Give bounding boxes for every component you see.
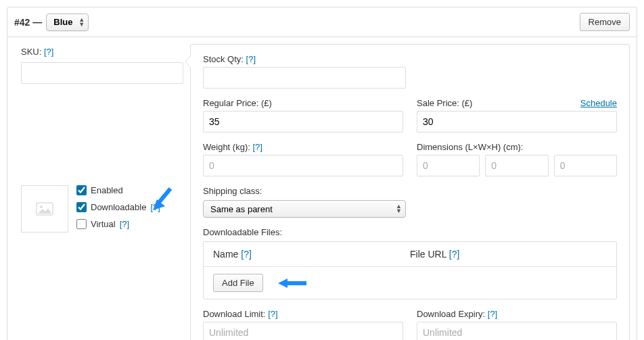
- help-icon[interactable]: [?]: [268, 309, 277, 319]
- right-column: Stock Qty: [?] Regular Price: (£) Sale P…: [190, 44, 630, 340]
- variation-header: #42 — Blue ▲▼ Remove: [7, 7, 637, 37]
- download-limit-input[interactable]: [203, 322, 403, 340]
- sku-field: SKU: [?]: [21, 47, 177, 84]
- add-file-button[interactable]: Add File: [213, 274, 263, 292]
- weight-input[interactable]: [203, 155, 403, 176]
- dl-col-name: Name [?]: [213, 249, 410, 260]
- help-icon[interactable]: [?]: [120, 219, 129, 229]
- shipping-select[interactable]: Same as parent: [203, 200, 406, 218]
- shipping-field: Shipping class: Same as parent ▲▼: [203, 186, 617, 218]
- help-icon[interactable]: [?]: [44, 47, 53, 57]
- dl-files-table: Name [?] File URL [?] Add File: [203, 241, 617, 299]
- help-icon[interactable]: [?]: [246, 54, 256, 64]
- dl-files-header: Name [?] File URL [?]: [204, 242, 616, 267]
- annotation-arrow-icon: [277, 276, 308, 290]
- variation-panel: #42 — Blue ▲▼ Remove SKU: [?]: [7, 7, 637, 340]
- downloadable-checkbox-row[interactable]: Downloadable [?]: [76, 202, 160, 212]
- stock-label: Stock Qty: [?]: [203, 54, 617, 64]
- virtual-label: Virtual: [91, 219, 116, 229]
- dl-col-url: File URL [?]: [410, 249, 459, 260]
- header-left: #42 — Blue ▲▼: [14, 14, 89, 31]
- download-limit-label: Download Limit: [?]: [203, 309, 403, 319]
- regular-price-input[interactable]: [203, 111, 403, 132]
- regular-price-field: Regular Price: (£): [203, 98, 403, 132]
- dimensions-field: Dimensions (L×W×H) (cm):: [417, 142, 617, 176]
- download-expiry-field: Download Expiry: [?]: [417, 309, 617, 340]
- download-expiry-input[interactable]: [417, 322, 617, 340]
- dimensions-label: Dimensions (L×W×H) (cm):: [417, 142, 617, 152]
- downloadable-label: Downloadable: [91, 202, 146, 212]
- attribute-select[interactable]: Blue: [46, 14, 89, 31]
- variation-id: #42 —: [14, 17, 42, 28]
- width-input[interactable]: [485, 155, 548, 176]
- remove-button[interactable]: Remove: [580, 13, 630, 31]
- enabled-label: Enabled: [91, 185, 123, 195]
- regular-price-label: Regular Price: (£): [203, 98, 403, 108]
- annotation-arrow-icon: [152, 186, 175, 213]
- dl-files-label: Downloadable Files:: [203, 227, 617, 237]
- downloadable-checkbox[interactable]: [76, 202, 87, 212]
- attribute-select-wrap: Blue ▲▼: [46, 14, 89, 31]
- schedule-link[interactable]: Schedule: [580, 98, 617, 108]
- dl-files-footer: Add File: [204, 267, 616, 299]
- weight-dim-row: Weight (kg): [?] Dimensions (L×W×H) (cm)…: [203, 142, 617, 176]
- help-icon[interactable]: [?]: [488, 309, 497, 319]
- weight-label: Weight (kg): [?]: [203, 142, 403, 152]
- price-row: Regular Price: (£) Sale Price: (£) Sched…: [203, 98, 617, 132]
- svg-point-1: [40, 205, 43, 208]
- sale-price-input[interactable]: [417, 111, 617, 132]
- sku-input[interactable]: [21, 62, 183, 84]
- downloadable-files-field: Downloadable Files: Name [?] File URL [?…: [203, 227, 617, 299]
- virtual-checkbox-row[interactable]: Virtual [?]: [76, 219, 160, 229]
- enabled-checkbox[interactable]: [76, 185, 87, 195]
- download-limit-row: Download Limit: [?] Download Expiry: [?]: [203, 309, 617, 340]
- checkbox-group: Enabled Downloadable [?] Virtual [?]: [76, 185, 160, 236]
- length-input[interactable]: [417, 155, 480, 176]
- dimensions-inputs: [417, 155, 617, 176]
- variation-image-placeholder[interactable]: [21, 185, 68, 233]
- download-limit-field: Download Limit: [?]: [203, 309, 403, 340]
- help-icon[interactable]: [?]: [252, 142, 262, 152]
- sku-label: SKU: [?]: [21, 47, 177, 57]
- help-icon[interactable]: [?]: [241, 249, 252, 260]
- shipping-select-wrap: Same as parent ▲▼: [203, 200, 406, 218]
- weight-field: Weight (kg): [?]: [203, 142, 403, 176]
- help-icon[interactable]: [?]: [449, 249, 460, 260]
- enabled-checkbox-row[interactable]: Enabled: [76, 185, 160, 195]
- shipping-label: Shipping class:: [203, 186, 617, 196]
- left-column: SKU: [?] Enabled Downloadable: [7, 37, 190, 340]
- image-icon: [36, 202, 53, 216]
- download-expiry-label: Download Expiry: [?]: [417, 309, 617, 319]
- variation-body: SKU: [?] Enabled Downloadable: [7, 37, 637, 340]
- sale-price-field: Sale Price: (£) Schedule: [417, 98, 617, 132]
- stock-field: Stock Qty: [?]: [203, 54, 617, 89]
- stock-input[interactable]: [203, 67, 406, 89]
- height-input[interactable]: [554, 155, 617, 176]
- virtual-checkbox[interactable]: [76, 219, 87, 229]
